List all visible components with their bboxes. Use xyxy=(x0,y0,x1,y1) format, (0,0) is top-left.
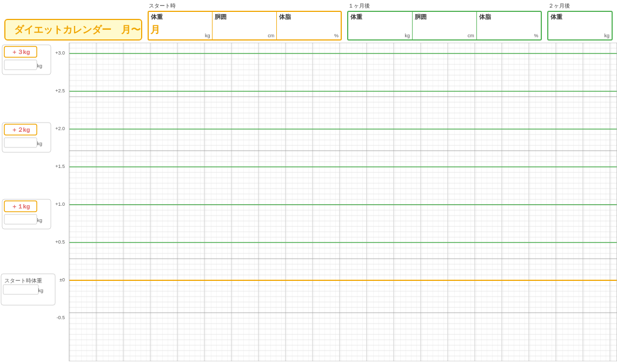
svg-rect-82 xyxy=(4,60,37,70)
chart-container: +3.0 +2.5 +2.0 +1.5 +1.0 +0.5 ±0 -0.5 ＋３… xyxy=(0,43,617,361)
tick-minus05: -0.5 xyxy=(56,315,65,320)
month2-label: ２ヶ月後 xyxy=(547,2,570,10)
tick-05: +0.5 xyxy=(55,239,65,245)
start-measurement-group: 体重 kg 胴囲 cm 体脂 % xyxy=(148,11,342,41)
unit-3kg: kg xyxy=(37,63,42,69)
month1-label: １ヶ月後 xyxy=(347,2,370,10)
label-1kg: ＋１kg xyxy=(11,203,30,210)
start-fat-field: 体脂 % xyxy=(277,12,341,39)
svg-rect-86 xyxy=(4,214,37,224)
month1-weight-input[interactable] xyxy=(350,21,410,32)
chart-svg: +3.0 +2.5 +2.0 +1.5 +1.0 +0.5 ±0 -0.5 ＋３… xyxy=(0,43,617,361)
unit-start: kg xyxy=(38,288,43,293)
month1-fat-label: 体脂 xyxy=(479,13,539,21)
unit-1kg: kg xyxy=(37,218,42,223)
svg-rect-87 xyxy=(3,285,38,294)
tick-15: +1.5 xyxy=(55,164,65,169)
unit-2kg: kg xyxy=(37,141,42,146)
month2-weight-unit: kg xyxy=(550,33,609,38)
month2-measurement-group: 体重 kg xyxy=(547,11,613,41)
start-fat-label: 体脂 xyxy=(279,13,339,21)
tick-1: +1.0 xyxy=(55,201,65,207)
month1-weight-unit: kg xyxy=(350,33,410,38)
header: ダイエットカレンダー 月〜 月 スタート時 体重 kg 胴囲 cm 体脂 % xyxy=(0,0,617,41)
month1-fat-unit: % xyxy=(479,33,539,38)
start-weight-field: 体重 kg xyxy=(149,12,213,39)
month1-waist-field: 胴囲 cm xyxy=(413,12,477,39)
start-waist-field: 胴囲 cm xyxy=(213,12,277,39)
month1-waist-input[interactable] xyxy=(415,21,474,32)
month1-section: １ヶ月後 体重 kg 胴囲 cm 体脂 % xyxy=(347,2,541,41)
month1-weight-label: 体重 xyxy=(350,13,410,21)
start-fat-input[interactable] xyxy=(279,21,339,32)
start-weight-unit: kg xyxy=(151,33,210,38)
month1-waist-label: 胴囲 xyxy=(415,13,474,21)
month2-weight-field: 体重 kg xyxy=(548,12,612,39)
app-title: ダイエットカレンダー 月〜 月 xyxy=(4,19,142,41)
month1-waist-unit: cm xyxy=(415,33,474,38)
svg-rect-2 xyxy=(69,43,617,361)
month2-weight-input[interactable] xyxy=(550,21,609,32)
month1-weight-field: 体重 kg xyxy=(348,12,413,39)
month1-measurement-group: 体重 kg 胴囲 cm 体脂 % xyxy=(347,11,541,41)
svg-rect-84 xyxy=(4,138,37,147)
tick-2: +2.0 xyxy=(55,126,65,131)
label-3kg: ＋３kg xyxy=(11,49,30,55)
tick-25: +2.5 xyxy=(55,88,65,93)
month1-fat-field: 体脂 % xyxy=(477,12,541,39)
start-weight-input[interactable] xyxy=(151,21,210,32)
start-waist-unit: cm xyxy=(215,33,274,38)
month2-weight-label: 体重 xyxy=(550,13,609,21)
month1-fat-input[interactable] xyxy=(479,21,539,32)
start-section: スタート時 体重 kg 胴囲 cm 体脂 % xyxy=(148,2,342,41)
tick-0: ±0 xyxy=(59,277,65,282)
label-2kg: ＋２kg xyxy=(11,126,30,133)
start-waist-input[interactable] xyxy=(215,21,274,32)
start-fat-unit: % xyxy=(279,33,339,38)
start-waist-label: 胴囲 xyxy=(215,13,274,21)
label-start: スタート時体重 xyxy=(4,278,42,284)
start-weight-label: 体重 xyxy=(151,13,210,21)
month2-section: ２ヶ月後 体重 kg xyxy=(547,2,613,41)
start-label: スタート時 xyxy=(148,2,176,10)
tick-3: +3.0 xyxy=(55,50,65,56)
app-container: ダイエットカレンダー 月〜 月 スタート時 体重 kg 胴囲 cm 体脂 % xyxy=(0,0,617,361)
